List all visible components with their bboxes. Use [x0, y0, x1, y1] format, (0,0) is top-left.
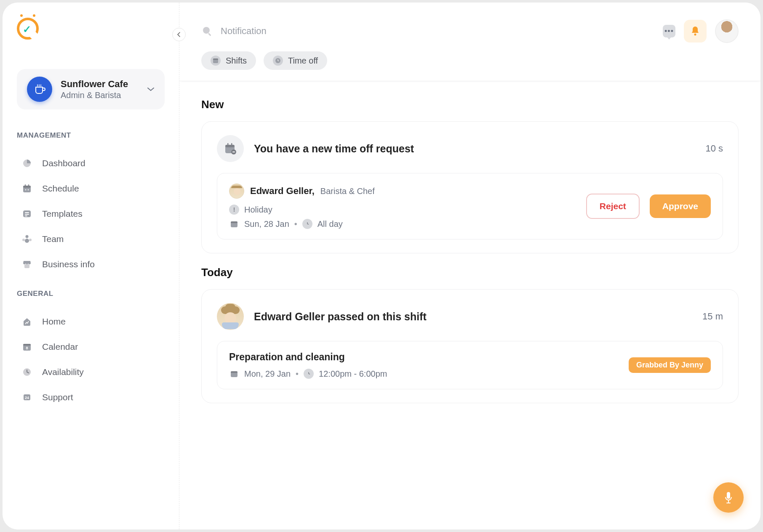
svg-rect-28: [225, 145, 235, 147]
calendar-icon: [229, 219, 239, 229]
collapse-sidebar-button[interactable]: [172, 28, 186, 41]
svg-point-21: [203, 27, 210, 34]
approve-button[interactable]: Approve: [650, 194, 711, 218]
nav-label: Support: [42, 392, 73, 402]
svg-rect-13: [25, 239, 29, 243]
nav-label: Calendar: [42, 342, 78, 352]
nav-label: Business info: [42, 259, 95, 269]
svg-rect-22: [208, 33, 211, 36]
notification-age: 10 s: [705, 143, 723, 154]
sidebar-item-calendar[interactable]: 8 Calendar: [17, 334, 165, 359]
clock-icon: [304, 369, 314, 379]
svg-point-5: [28, 189, 29, 191]
nav-label: Team: [42, 234, 64, 244]
chat-button[interactable]: •••: [663, 25, 675, 37]
home-icon: [21, 316, 33, 327]
clock-small-icon: [273, 56, 283, 66]
svg-rect-32: [232, 152, 235, 152]
request-reason: Holiday: [244, 205, 272, 215]
svg-rect-14: [24, 264, 29, 268]
svg-text:24: 24: [25, 396, 29, 400]
logo[interactable]: ✓: [17, 18, 165, 40]
svg-rect-3: [28, 184, 29, 186]
svg-rect-9: [25, 215, 27, 216]
topbar: •••: [179, 3, 760, 51]
nav-label: Schedule: [42, 184, 79, 194]
ellipsis-icon: •••: [664, 27, 674, 36]
calendar-icon: [21, 183, 33, 194]
person-role: Barista & Chef: [320, 186, 375, 196]
separator: •: [296, 369, 299, 379]
notification-card-shift: Edward Geller passed on this shift 15 m …: [201, 289, 739, 403]
chevron-left-icon: [176, 32, 181, 37]
sidebar-item-support[interactable]: 24 Support: [17, 385, 165, 410]
clock-icon: [21, 366, 33, 378]
person-avatar: [217, 303, 244, 330]
calendar-minus-icon: [217, 135, 244, 162]
sidebar-item-schedule[interactable]: Schedule: [17, 176, 165, 201]
svg-rect-2: [25, 184, 26, 186]
svg-rect-16: [23, 344, 31, 346]
svg-rect-7: [25, 212, 29, 213]
separator: •: [294, 219, 297, 229]
shift-date: Mon, 29 Jan: [244, 369, 291, 379]
notifications-button[interactable]: [684, 20, 707, 43]
sidebar: ✓ Sunflower Cafe Admin & Barista MANAGEM…: [3, 3, 179, 529]
svg-rect-25: [213, 59, 218, 60]
info-icon: !: [229, 205, 239, 215]
filter-chip-shifts[interactable]: Shifts: [201, 51, 256, 70]
sidebar-item-home[interactable]: Home: [17, 309, 165, 334]
svg-rect-34: [231, 221, 237, 223]
request-date: Sun, 28 Jan: [244, 219, 289, 229]
chevron-down-icon: [147, 87, 155, 92]
calendar-small-icon: [211, 56, 221, 66]
shift-time: 12:00pm - 6:00pm: [319, 369, 387, 379]
search-icon: [201, 25, 213, 37]
bell-icon: [690, 26, 700, 37]
svg-rect-36: [231, 371, 237, 373]
nav-label: Availability: [42, 367, 84, 377]
notification-title: You have a new time off request: [254, 143, 695, 155]
person-name: Edward Geller,: [250, 186, 315, 197]
svg-point-12: [29, 239, 32, 241]
sidebar-item-business-info[interactable]: Business info: [17, 252, 165, 277]
filter-chip-time-off[interactable]: Time off: [264, 51, 327, 70]
section-title-today: Today: [201, 266, 739, 279]
pie-chart-icon: [21, 157, 33, 169]
notification-age: 15 m: [702, 311, 723, 322]
svg-rect-29: [227, 143, 229, 146]
workspace-switcher[interactable]: Sunflower Cafe Admin & Barista: [17, 69, 165, 109]
coffee-cup-icon: [27, 77, 52, 102]
svg-point-11: [22, 239, 25, 241]
calendar-date-icon: 8: [21, 341, 33, 353]
filter-bar: Shifts Time off: [179, 51, 760, 81]
section-label-management: MANAGEMENT: [17, 131, 165, 140]
sidebar-item-dashboard[interactable]: Dashboard: [17, 151, 165, 176]
nav-label: Dashboard: [42, 158, 85, 168]
sidebar-item-team[interactable]: Team: [17, 226, 165, 252]
app-frame: ✓ Sunflower Cafe Admin & Barista MANAGEM…: [3, 3, 760, 529]
store-icon: [21, 258, 33, 270]
support-icon: 24: [21, 391, 33, 403]
user-avatar[interactable]: [715, 19, 739, 43]
svg-rect-38: [728, 500, 729, 503]
main: ••• Shifts Time off: [179, 3, 760, 529]
voice-fab-button[interactable]: [713, 482, 744, 513]
notification-card-time-off: You have a new time off request 10 s Edw…: [201, 121, 739, 253]
shift-name: Preparation and cleaning: [229, 351, 629, 363]
notification-title: Edward Geller passed on this shift: [254, 311, 692, 323]
sidebar-item-templates[interactable]: Templates: [17, 201, 165, 226]
workspace-name: Sunflower Cafe: [61, 79, 139, 90]
svg-point-4: [25, 189, 27, 191]
workspace-role: Admin & Barista: [61, 90, 139, 100]
svg-rect-37: [727, 492, 730, 499]
search-input[interactable]: [221, 26, 336, 37]
section-title-new: New: [201, 98, 739, 111]
svg-point-10: [26, 235, 29, 238]
nav-label: Home: [42, 317, 66, 327]
sidebar-item-availability[interactable]: Availability: [17, 359, 165, 385]
svg-text:8: 8: [26, 346, 28, 350]
section-label-general: GENERAL: [17, 290, 165, 298]
svg-rect-30: [231, 143, 232, 146]
reject-button[interactable]: Reject: [586, 194, 640, 219]
